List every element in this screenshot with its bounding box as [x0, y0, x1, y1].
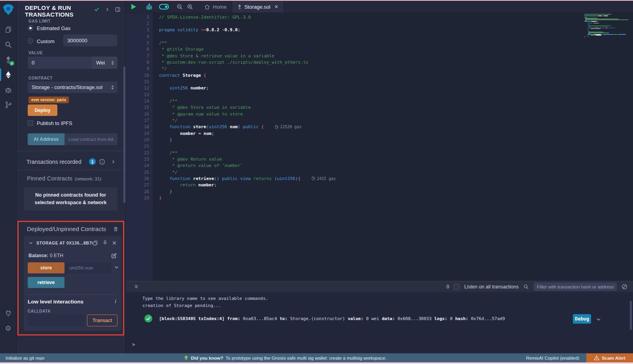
sidebar-item-debugger[interactable] — [0, 82, 17, 97]
code-line[interactable]: 26 function retrieve() public view retur… — [126, 175, 633, 182]
code-line[interactable]: 22 /** — [126, 150, 633, 156]
split-panel-icon[interactable] — [115, 7, 121, 12]
code-line[interactable]: 7 * @dev Store & retrieve value in a var… — [126, 53, 633, 59]
terminal-controls: 0 Listen on all transactions — [446, 282, 627, 291]
store-function-button[interactable]: store — [28, 262, 64, 273]
deploy-button[interactable]: Deploy — [28, 104, 57, 116]
transaction-filter-input[interactable] — [534, 282, 617, 291]
remix-logo-icon[interactable] — [2, 3, 15, 17]
code-line[interactable]: 14 /** — [126, 98, 633, 104]
sidebar-item-search[interactable] — [0, 37, 17, 52]
low-level-info-icon[interactable]: i — [115, 298, 116, 305]
divider — [17, 170, 126, 170]
transact-button[interactable]: Transact — [87, 315, 118, 326]
code-line[interactable]: 24 * @return value of 'number' — [126, 163, 633, 169]
terminal-search-icon — [523, 284, 529, 290]
solidity-file-icon — [237, 4, 242, 9]
zoom-in-button[interactable] — [185, 1, 195, 13]
at-address-input[interactable] — [64, 133, 118, 145]
copilot-toggle[interactable] — [156, 1, 171, 13]
code-line[interactable]: 11 — [126, 78, 633, 85]
code-line[interactable]: 23 * @dev Return value — [126, 156, 633, 162]
tab-storage-sol[interactable]: Storage.sol ✕ — [232, 1, 284, 13]
publish-ipfs-checkbox[interactable] — [28, 120, 33, 126]
code-line[interactable]: 3pragma solidity >=0.8.2 <0.9.0; — [126, 27, 633, 33]
code-line[interactable]: 9 */ — [126, 66, 633, 72]
transaction-log-entry[interactable]: [block:5583405 txIndex:4] from: 0xa03...… — [159, 316, 566, 321]
code-line[interactable]: 15 * @dev Store value in variable — [126, 104, 633, 111]
tab-storage-label: Storage.sol — [244, 4, 271, 10]
contract-select[interactable]: Storage - contracts/Storage.sol — [28, 82, 118, 93]
code-line[interactable]: 5/** — [126, 40, 633, 46]
tip-text: To prototype using the Gnosis safe multi… — [226, 356, 387, 360]
code-line[interactable]: 19 number = num; — [126, 130, 633, 136]
sidebar-item-deploy-run[interactable] — [0, 67, 17, 82]
code-line[interactable]: 1// SPDX-License-Identifier: GPL-3.0 — [126, 14, 633, 20]
estimated-gas-radio[interactable] — [28, 25, 33, 31]
remove-contract-x-icon[interactable] — [112, 241, 117, 245]
retrieve-function-button[interactable]: retrieve — [28, 277, 64, 288]
code-line[interactable]: 16 * @param num value to store — [126, 111, 633, 117]
code-line[interactable]: 12 uint256 number; — [126, 85, 633, 91]
terminal-output[interactable]: Type the library name to see available c… — [126, 292, 633, 353]
code-line[interactable]: 4 — [126, 33, 633, 40]
custom-gas-radio[interactable] — [28, 38, 33, 44]
sidebar-item-file-explorer[interactable] — [0, 22, 17, 37]
scam-alert-button[interactable]: Scam Alert — [586, 353, 633, 362]
code-line[interactable]: 18 function store(uint256 num) public {2… — [126, 124, 633, 130]
pin-panel-chevron-icon[interactable] — [105, 7, 110, 12]
edit-balance-icon[interactable] — [111, 253, 117, 258]
calldata-input[interactable] — [28, 315, 84, 326]
tab-home[interactable]: Home — [199, 1, 232, 13]
sidebar-item-solidity-compiler[interactable] — [0, 52, 17, 67]
at-address-button[interactable]: At Address — [28, 133, 64, 145]
code-line[interactable]: 28 } — [126, 188, 633, 195]
code-line[interactable]: 21 — [126, 143, 633, 150]
collapse-terminal-icon[interactable] — [134, 284, 139, 289]
code-line[interactable]: 29} — [126, 195, 633, 201]
expand-transactions-chevron-icon[interactable] — [111, 159, 116, 164]
debug-button[interactable]: Debug — [573, 314, 591, 324]
pin-contract-icon[interactable] — [102, 240, 108, 246]
code-line[interactable]: 25 */ — [126, 169, 633, 175]
code-line[interactable]: 6 * @title Storage — [126, 46, 633, 53]
editor-minimap[interactable] — [584, 14, 629, 39]
window-bottom-edge — [0, 362, 633, 364]
code-line[interactable]: 8 * @custom:dev-run-script ./scripts/dep… — [126, 59, 633, 65]
clear-deployed-trash-icon[interactable] — [113, 226, 119, 232]
zoom-out-button[interactable] — [174, 1, 185, 13]
code-line[interactable]: 20 } — [126, 136, 633, 143]
clear-filter-block-icon[interactable] — [622, 284, 627, 290]
copy-address-icon[interactable] — [93, 240, 98, 246]
close-tab-icon[interactable]: ✕ — [274, 4, 278, 9]
store-argument-input[interactable] — [65, 262, 112, 273]
code-line[interactable]: 13 — [126, 91, 633, 98]
expand-tx-chevron-icon[interactable] — [596, 317, 601, 322]
code-line[interactable]: 17 */ — [126, 117, 633, 123]
code-line[interactable]: 27 return number; — [126, 182, 633, 188]
git-init-button[interactable]: Initialize as git repo — [0, 356, 44, 360]
expand-function-chevron-icon[interactable] — [114, 265, 119, 270]
code-line[interactable]: 10contract Storage { — [126, 72, 633, 78]
terminal-scrollbar[interactable] — [630, 301, 632, 330]
value-input[interactable] — [28, 57, 92, 69]
value-unit-select[interactable]: Wei — [92, 57, 118, 69]
remixai-assistant-button[interactable] — [142, 1, 156, 13]
code-editor[interactable]: 1// SPDX-License-Identifier: GPL-3.023pr… — [126, 13, 633, 281]
sidebar-item-plugin-manager[interactable] — [0, 306, 17, 321]
terminal-prompt[interactable]: > — [132, 342, 135, 347]
run-script-button[interactable] — [126, 1, 142, 13]
sidebar-item-git[interactable] — [0, 97, 17, 112]
editor-toolbar: Home Storage.sol ✕ — [126, 1, 633, 13]
code-line[interactable]: 2 — [126, 20, 633, 27]
info-icon[interactable] — [99, 159, 105, 165]
activity-bar-bottom: ⚙ — [0, 306, 17, 353]
collapse-chevron-down-icon[interactable] — [28, 241, 33, 245]
custom-gas-input[interactable] — [63, 34, 117, 46]
contract-card-header: STORAGE AT 0X136...8B78 — [24, 240, 121, 246]
sort-arrows-icon — [111, 85, 114, 90]
listen-all-checkbox[interactable] — [454, 284, 459, 290]
copilot-status[interactable]: RemixAI Copilot (enabled) — [526, 356, 579, 360]
sidebar-item-settings[interactable]: ⚙ — [0, 321, 17, 336]
side-panel-scrollbar[interactable] — [123, 66, 125, 203]
